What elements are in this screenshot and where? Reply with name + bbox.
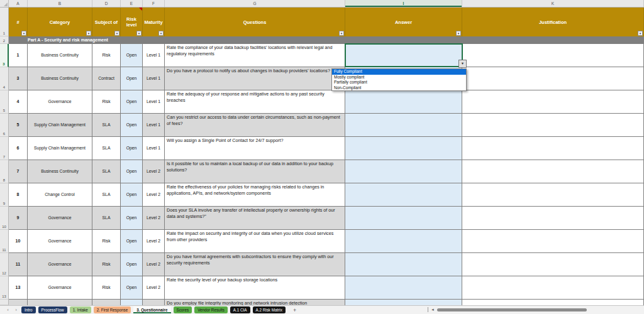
question-number-cell[interactable]: 6	[9, 137, 28, 160]
scroll-left-icon[interactable]: ◄	[431, 306, 435, 313]
question-number-cell[interactable]: 11	[9, 253, 28, 276]
row-header-8[interactable]: 8	[0, 160, 9, 183]
question-cell[interactable]: Rate the effectiveness of your policies …	[165, 183, 345, 207]
question-number-cell[interactable]: 5	[9, 114, 28, 137]
column-letter-G[interactable]: G	[165, 0, 345, 7]
dropdown-option[interactable]: Mostly compliant	[332, 75, 466, 80]
category-cell[interactable]: Governance	[28, 253, 92, 276]
scrollbar-thumb[interactable]	[437, 308, 587, 311]
answer-cell[interactable]	[345, 276, 462, 300]
row-header-9[interactable]: 9	[0, 183, 9, 207]
category-cell[interactable]: Governance	[28, 276, 92, 300]
question-cell[interactable]: Can you restrict our access to data unde…	[165, 114, 345, 137]
justification-cell[interactable]	[462, 183, 644, 207]
question-number-cell[interactable]: 13	[9, 276, 28, 300]
dropdown-arrow-icon[interactable]: ▼	[458, 60, 467, 68]
row-header-6[interactable]: 6	[0, 114, 9, 137]
question-cell[interactable]: Do you employ file integrity monitoring …	[165, 300, 345, 305]
justification-cell[interactable]	[462, 44, 644, 67]
select-all-corner[interactable]	[0, 0, 9, 7]
risk-level-cell[interactable]: Open	[121, 253, 143, 276]
answer-cell[interactable]	[345, 183, 462, 207]
column-letter-F[interactable]: F	[143, 0, 165, 7]
risk-level-cell[interactable]: Open	[121, 230, 143, 253]
question-number-cell[interactable]	[9, 300, 28, 305]
subject-cell[interactable]: SLA	[92, 137, 121, 160]
justification-cell[interactable]	[462, 160, 644, 183]
row-header-10[interactable]: 10	[0, 207, 9, 230]
risk-level-cell[interactable]: Open	[121, 90, 143, 114]
row-header-1[interactable]: 1	[0, 8, 9, 36]
risk-level-cell[interactable]: Open	[121, 67, 143, 90]
question-cell[interactable]: Is it possible for us to maintain a loca…	[165, 160, 345, 183]
category-cell[interactable]: Governance	[28, 90, 92, 114]
question-cell[interactable]: Do you have a protocol to notify us abou…	[165, 67, 345, 90]
maturity-cell[interactable]	[143, 300, 165, 305]
sheet-tab-intro[interactable]: Intro	[21, 306, 36, 313]
row-header-11[interactable]: 11	[0, 230, 9, 253]
category-cell[interactable]: Business Continuity	[28, 67, 92, 90]
question-cell[interactable]: Rate the adequacy of your response and m…	[165, 90, 345, 114]
justification-cell[interactable]	[462, 67, 644, 90]
subject-cell[interactable]: Risk	[92, 276, 121, 300]
question-number-cell[interactable]: 10	[9, 230, 28, 253]
maturity-cell[interactable]: Level 2	[143, 230, 165, 253]
filter-icon[interactable]: ▾	[339, 31, 344, 36]
maturity-cell[interactable]: Level 2	[143, 253, 165, 276]
justification-cell[interactable]	[462, 207, 644, 230]
category-cell[interactable]: Business Continuity	[28, 44, 92, 67]
column-letter-D[interactable]: D	[92, 0, 121, 7]
risk-level-cell[interactable]	[121, 300, 143, 305]
filter-icon[interactable]: ▾	[638, 31, 643, 36]
maturity-cell[interactable]: Level 2	[143, 276, 165, 300]
category-cell[interactable]: Change Control	[28, 183, 92, 207]
prev-sheet-icon[interactable]: ‹	[5, 306, 11, 314]
column-letter-E[interactable]: E	[121, 0, 143, 7]
answer-cell[interactable]	[345, 230, 462, 253]
row-header-2[interactable]: 2	[0, 36, 9, 44]
dropdown-option[interactable]: Fully Compliant	[332, 69, 466, 75]
row-header-4[interactable]: 4	[0, 67, 9, 90]
question-number-cell[interactable]: 1	[9, 44, 28, 67]
justification-cell[interactable]	[462, 137, 644, 160]
row-header-13[interactable]: 13	[0, 276, 9, 300]
sheet-tab-1-intake[interactable]: 1. Intake	[70, 306, 91, 313]
answer-cell[interactable]	[345, 207, 462, 230]
risk-level-cell[interactable]: Open	[121, 44, 143, 67]
next-sheet-icon[interactable]: ›	[13, 306, 19, 314]
risk-level-cell[interactable]: Open	[121, 114, 143, 137]
question-cell[interactable]: Do you have formal agreements with subco…	[165, 253, 345, 276]
category-cell[interactable]: Supply Chain Management	[28, 114, 92, 137]
justification-cell[interactable]	[462, 276, 644, 300]
subject-cell[interactable]: SLA	[92, 160, 121, 183]
column-letter-A[interactable]: A	[9, 0, 28, 7]
question-cell[interactable]: Does your SLA involve any transfer of in…	[165, 207, 345, 230]
justification-cell[interactable]	[462, 253, 644, 276]
maturity-cell[interactable]: Level 1	[143, 44, 165, 67]
subject-cell[interactable]: Contract	[92, 67, 121, 90]
filter-icon[interactable]: ▾	[158, 31, 164, 36]
answer-cell[interactable]	[345, 114, 462, 137]
risk-level-cell[interactable]: Open	[121, 160, 143, 183]
answer-cell[interactable]	[345, 90, 462, 114]
category-cell[interactable]	[28, 300, 92, 305]
sheet-tab-a-1-cia[interactable]: A.1 CIA	[230, 306, 250, 313]
subject-cell[interactable]	[92, 300, 121, 305]
maturity-cell[interactable]: Level 2	[143, 160, 165, 183]
justification-cell[interactable]	[462, 114, 644, 137]
category-cell[interactable]: Governance	[28, 230, 92, 253]
subject-cell[interactable]: SLA	[92, 183, 121, 207]
answer-cell[interactable]	[345, 44, 462, 67]
sheet-tab-processflow[interactable]: ProcessFlow	[38, 306, 67, 313]
subject-cell[interactable]: Risk	[92, 44, 121, 67]
risk-level-cell[interactable]: Open	[121, 276, 143, 300]
justification-cell[interactable]	[462, 90, 644, 114]
filter-icon[interactable]: ▾	[21, 31, 26, 36]
subject-cell[interactable]: Risk	[92, 253, 121, 276]
row-header-14[interactable]	[0, 300, 9, 305]
category-cell[interactable]: Supply Chain Management	[28, 137, 92, 160]
question-cell[interactable]: Rate the security level of your backup s…	[165, 276, 345, 300]
sheet-tab-3-questionnaire[interactable]: 3. Questionnaire	[133, 306, 170, 313]
justification-cell[interactable]	[462, 300, 644, 305]
column-letter-K[interactable]: K	[462, 0, 644, 7]
